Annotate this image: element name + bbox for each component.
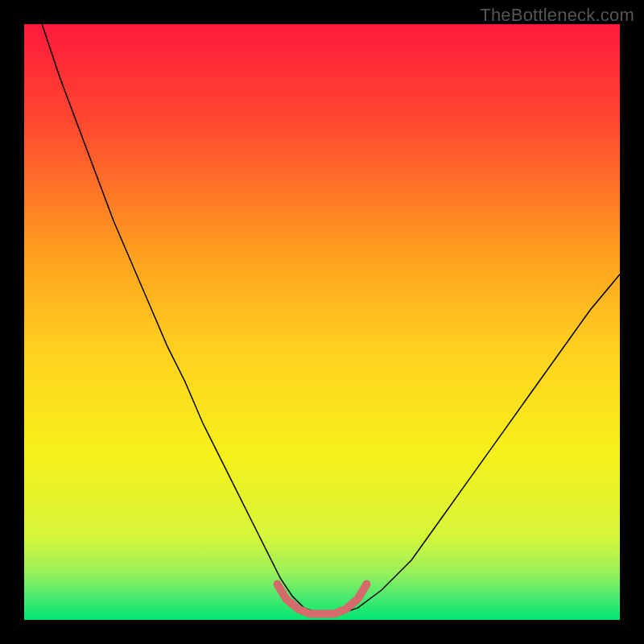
chart-background bbox=[24, 24, 620, 620]
watermark-text: TheBottleneck.com bbox=[480, 5, 634, 26]
frame: TheBottleneck.com bbox=[0, 0, 644, 644]
chart-svg bbox=[24, 24, 620, 620]
chart-plot bbox=[24, 24, 620, 620]
